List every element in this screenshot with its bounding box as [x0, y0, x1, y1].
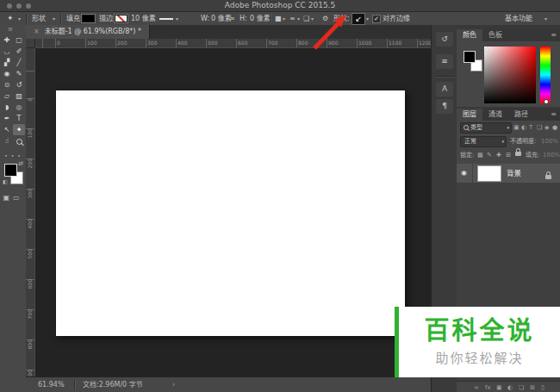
rectangular-marquee-tool[interactable]: ▢	[13, 34, 25, 46]
crop-tool[interactable]: ▞	[1, 57, 13, 68]
edit-toolbar-ellipsis-icon[interactable]: • • •	[0, 152, 26, 159]
canvas-area[interactable]: 0100200300400500600700800900100011001200…	[26, 39, 431, 376]
lasso-tool[interactable]: ◡	[1, 46, 13, 57]
zoom-level-field[interactable]: 61.94%	[38, 377, 65, 392]
document-tab[interactable]: ×未标题-1 @ 61.9%(RGB/8*) *	[26, 25, 150, 39]
ruler-tick-label: 0	[27, 98, 33, 102]
eyedropper-tool[interactable]: ╱	[13, 57, 25, 68]
foreground-color-swatch[interactable]	[464, 51, 476, 63]
tab-color[interactable]: 颜色	[457, 29, 482, 41]
type-tool[interactable]: T	[13, 113, 25, 124]
gear-icon[interactable]: ⚙	[322, 12, 328, 25]
lock-transparent-pixels-icon[interactable]: ▩	[477, 150, 483, 160]
panel-grip-icon[interactable]: ≡	[8, 26, 13, 33]
layer-thumbnail[interactable]	[477, 165, 501, 182]
default-colors-icon[interactable]: ◧	[3, 178, 8, 184]
path-operations-icon[interactable]: ■	[275, 12, 282, 25]
fill-swatch[interactable]	[82, 15, 95, 22]
custom-shape-preview-arrow-icon: ↙	[355, 15, 362, 23]
stroke-type-swatch[interactable]	[159, 18, 173, 20]
brush-tool[interactable]: ✎	[13, 68, 25, 79]
tab-paths[interactable]: 路径	[508, 109, 534, 121]
lock-position-icon[interactable]: ✚	[496, 150, 501, 160]
paragraph-panel-icon[interactable]: ¶	[436, 99, 453, 114]
new-layer-icon[interactable]: ⊞	[530, 382, 535, 392]
tab-layers[interactable]: 图层	[457, 109, 482, 121]
lock-artboard-icon[interactable]: ⊞	[506, 150, 511, 160]
divider	[26, 14, 27, 23]
spot-healing-brush-tool[interactable]: ◉	[1, 68, 13, 79]
foreground-color-swatch[interactable]	[4, 164, 17, 177]
tool-grid: ✚▢◡✐▞╱◉✎⊙↺▱▨◗◎✒T↖✦☝	[1, 34, 25, 146]
document-tab-title: 未标题-1 @ 61.9%(RGB/8*) *	[45, 28, 141, 35]
quick-mask-mode-icon[interactable]: ▣	[3, 194, 13, 202]
link-dimensions-icon[interactable]: ∞	[229, 12, 235, 25]
tab-channels[interactable]: 通道	[482, 109, 508, 121]
new-adjustment-layer-icon[interactable]: ◐	[507, 382, 513, 392]
clone-stamp-tool[interactable]: ⊙	[1, 79, 13, 90]
blend-mode-dropdown[interactable]: 正常 ▾	[460, 136, 507, 147]
lock-image-pixels-icon[interactable]: ✎	[487, 150, 492, 160]
filter-smart-object-icon[interactable]: ◈	[544, 122, 549, 133]
panel-menu-icon[interactable]: ≡	[551, 109, 557, 121]
screen-mode-icon[interactable]: ▭	[13, 194, 23, 202]
ruler-tick-label: 1100	[387, 40, 401, 46]
path-selection-tool[interactable]: ↖	[1, 124, 13, 135]
filter-shape-layers-icon[interactable]: ❏	[537, 122, 542, 133]
layer-style-icon[interactable]: fx	[485, 382, 491, 392]
filter-adjustment-layers-icon[interactable]: ◐	[521, 122, 526, 133]
delete-layer-icon[interactable]: ▯	[541, 382, 544, 392]
history-brush-tool[interactable]: ↺	[13, 79, 25, 90]
hue-slider[interactable]	[540, 47, 551, 103]
zoom-tool[interactable]	[13, 135, 25, 146]
layers-panel-footer: ∞fx▣◐❏⊞▯	[457, 381, 560, 392]
layer-filter-dropdown[interactable]: 类型 ▾	[460, 122, 512, 134]
link-layers-icon[interactable]: ∞	[474, 382, 479, 392]
lock-all-icon[interactable]	[515, 147, 521, 159]
custom-shape-picker[interactable]: ↙	[352, 13, 365, 25]
layer-row-background[interactable]: ◉ 背景	[457, 164, 560, 183]
filter-toggle-icon[interactable]: ●	[552, 122, 557, 133]
custom-shape-tool[interactable]: ✦	[13, 124, 25, 135]
chevron-down-icon: ▾	[297, 12, 300, 25]
swap-colors-icon[interactable]: ⇄	[18, 160, 23, 167]
tab-swatches[interactable]: 色板	[482, 29, 508, 41]
color-marker	[485, 47, 490, 53]
saturation-brightness-field[interactable]	[484, 47, 536, 103]
filter-type-layers-icon[interactable]: T	[529, 122, 532, 133]
move-tool[interactable]: ✚	[1, 34, 13, 46]
opacity-label: 不透明度:	[510, 136, 536, 146]
quick-selection-tool[interactable]: ✐	[13, 46, 25, 57]
hand-tool[interactable]: ☝	[1, 135, 13, 146]
hue-slider-handle[interactable]	[544, 99, 549, 104]
character-panel-icon[interactable]: A	[436, 82, 453, 96]
blur-tool[interactable]: ◗	[1, 102, 13, 113]
pen-tool[interactable]: ✒	[1, 113, 13, 124]
stroke-swatch[interactable]	[115, 15, 128, 22]
eraser-tool[interactable]: ▱	[1, 90, 13, 102]
gradient-tool[interactable]: ▨	[13, 90, 25, 102]
add-layer-mask-icon[interactable]: ▣	[496, 382, 502, 392]
close-icon[interactable]: ×	[34, 28, 40, 35]
tool-mode-dropdown[interactable]: 形状	[32, 12, 46, 25]
dodge-tool[interactable]: ◎	[13, 102, 25, 113]
path-arrangement-icon[interactable]: ❏	[303, 12, 309, 25]
align-edges-checkbox[interactable]: ✓	[372, 15, 381, 23]
opacity-value[interactable]: 100%	[541, 136, 558, 146]
path-alignment-icon[interactable]: ≡	[289, 12, 296, 25]
document-canvas[interactable]	[56, 90, 405, 336]
fill-value[interactable]: 100%	[543, 150, 560, 160]
history-panel-icon[interactable]: ↺	[436, 32, 453, 47]
chevron-down-icon: ▾	[283, 12, 285, 25]
new-group-icon[interactable]: ❏	[519, 382, 524, 392]
height-field[interactable]: 0 像素	[250, 12, 271, 25]
ruler-tick-label: 200	[27, 159, 33, 168]
tool-preset-icon[interactable]: ✦	[7, 12, 14, 25]
panel-menu-icon[interactable]: ≡	[551, 29, 557, 41]
filter-pixel-layers-icon[interactable]: ▣	[513, 122, 520, 133]
workspace-switcher[interactable]: 基本功能	[505, 12, 532, 25]
visibility-eye-icon[interactable]: ◉	[461, 164, 467, 183]
properties-panel-icon[interactable]: ≡	[436, 54, 453, 69]
status-flyout-icon[interactable]: ›	[172, 377, 175, 392]
document-size-info: 文档:2.96M/0 字节	[83, 377, 143, 392]
